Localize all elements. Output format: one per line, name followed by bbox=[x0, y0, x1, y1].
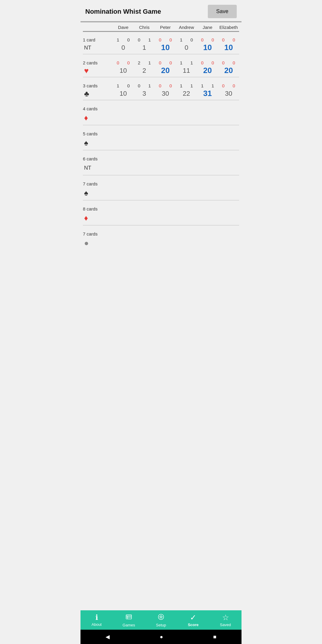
round-1-bids: 1 card 1 0 0 1 0 0 1 0 0 0 0 0 bbox=[83, 37, 239, 42]
score-r3-peter: 30 bbox=[155, 90, 176, 97]
bid-r1-3: 1 bbox=[144, 37, 155, 42]
score-r2-andrew: 11 bbox=[176, 67, 197, 75]
bid-r1-7: 0 bbox=[186, 37, 197, 42]
svg-point-4 bbox=[158, 614, 164, 620]
bid-r1-2: 0 bbox=[134, 37, 144, 42]
player-elizabeth: Elizabeth bbox=[218, 25, 239, 30]
suit-r2: ♥ bbox=[83, 67, 113, 75]
player-peter: Peter bbox=[155, 25, 176, 30]
bottom-nav: ℹ About Games Setup ✓ Sc bbox=[80, 610, 242, 630]
round-3-scores: ♣ 10 3 30 22 31 30 bbox=[83, 89, 239, 98]
suit-r1: NT bbox=[83, 45, 113, 50]
home-button[interactable]: ● bbox=[160, 634, 163, 640]
round-8: 8 cards ♦ bbox=[80, 202, 242, 225]
round-4-scores: ♦ bbox=[83, 112, 239, 123]
bid-r1-8: 0 bbox=[197, 37, 208, 42]
suit-r6: NT bbox=[83, 165, 91, 171]
nav-about[interactable]: ℹ About bbox=[80, 614, 113, 627]
round-5-bids: 5 cards bbox=[83, 131, 239, 136]
round-9-bids: 7 cards bbox=[83, 231, 239, 236]
saved-icon: ☆ bbox=[222, 614, 229, 621]
score-r1-andrew: 0 bbox=[176, 44, 197, 52]
header: Nomination Whist Game Save bbox=[80, 0, 242, 21]
score-r3-jane: 31 bbox=[197, 89, 218, 98]
players-header: Dave Chris Peter Andrew Jane Elizabeth bbox=[80, 22, 242, 31]
nav-setup[interactable]: Setup bbox=[145, 613, 177, 627]
round-6-bids: 6 cards bbox=[83, 156, 239, 161]
round-9-label: 7 cards bbox=[83, 231, 113, 236]
round-2-scores: ♥ 10 2 20 11 20 20 bbox=[83, 66, 239, 75]
round-8-scores: ♦ bbox=[83, 213, 239, 223]
player-chris: Chris bbox=[134, 25, 155, 30]
nav-games[interactable]: Games bbox=[113, 613, 145, 627]
bid-r3-7: 1 bbox=[186, 83, 197, 88]
nav-saved[interactable]: ☆ Saved bbox=[209, 614, 242, 627]
round-8-bids: 8 cards bbox=[83, 206, 239, 211]
bid-r2-8: 0 bbox=[197, 60, 208, 65]
games-icon bbox=[125, 613, 132, 622]
round-1-scores: NT 0 1 10 0 10 10 bbox=[83, 43, 239, 52]
score-r2-jane: 20 bbox=[197, 66, 218, 75]
suit-r3: ♣ bbox=[83, 90, 113, 97]
round-9-scores: ● bbox=[83, 238, 239, 248]
round-3: 3 cards 1 0 0 1 0 0 1 1 1 1 0 0 ♣ 10 3 3… bbox=[80, 79, 242, 100]
round-5: 5 cards ♠ bbox=[80, 127, 242, 150]
score-r1-dave: 0 bbox=[113, 44, 134, 52]
suit-r5: ♠ bbox=[83, 139, 88, 147]
score-r3-elizabeth: 30 bbox=[218, 90, 239, 97]
recents-button[interactable]: ■ bbox=[213, 634, 216, 640]
bid-r2-3: 1 bbox=[144, 60, 155, 65]
round-4: 4 cards ♦ bbox=[80, 102, 242, 125]
round-7-divider bbox=[83, 200, 239, 200]
score-r3-andrew: 22 bbox=[176, 90, 197, 97]
bid-r1-6: 1 bbox=[176, 37, 186, 42]
back-button[interactable]: ◀ bbox=[106, 634, 110, 640]
score-icon: ✓ bbox=[190, 614, 196, 621]
round-2: 2 cards 0 0 2 1 0 0 1 1 0 0 0 0 ♥ 10 2 2… bbox=[80, 56, 242, 77]
about-icon: ℹ bbox=[95, 614, 98, 621]
bid-r2-0: 0 bbox=[113, 60, 123, 65]
score-r2-chris: 2 bbox=[134, 67, 155, 75]
nav-saved-label: Saved bbox=[220, 623, 231, 627]
round-1-divider bbox=[83, 54, 239, 54]
suit-r8: ♦ bbox=[83, 214, 88, 222]
bid-r3-11: 0 bbox=[229, 83, 239, 88]
bid-r3-1: 0 bbox=[123, 83, 134, 88]
nav-setup-label: Setup bbox=[156, 623, 166, 627]
bid-r3-8: 1 bbox=[197, 83, 208, 88]
bid-r3-6: 1 bbox=[176, 83, 186, 88]
bid-r3-3: 1 bbox=[144, 83, 155, 88]
round-9: 7 cards ● bbox=[80, 227, 242, 248]
bid-r1-4: 0 bbox=[155, 37, 165, 42]
android-nav: ◀ ● ■ bbox=[80, 630, 242, 644]
round-8-divider bbox=[83, 225, 239, 225]
round-4-label: 4 cards bbox=[83, 106, 113, 111]
round-3-label: 3 cards bbox=[83, 83, 113, 88]
bid-r2-5: 0 bbox=[165, 60, 176, 65]
content-area: Dave Chris Peter Andrew Jane Elizabeth 1… bbox=[80, 22, 242, 610]
bid-r3-2: 0 bbox=[134, 83, 144, 88]
setup-icon bbox=[157, 613, 165, 622]
save-button[interactable]: Save bbox=[208, 5, 237, 18]
score-r1-elizabeth: 10 bbox=[218, 43, 239, 52]
round-4-divider bbox=[83, 125, 239, 125]
bid-r1-1: 0 bbox=[123, 37, 134, 42]
round-5-divider bbox=[83, 150, 239, 150]
round-4-bids: 4 cards bbox=[83, 106, 239, 111]
round-6-scores: NT bbox=[83, 162, 239, 173]
suit-r7: ♠ bbox=[83, 189, 88, 197]
nav-score[interactable]: ✓ Score bbox=[177, 614, 209, 627]
score-r1-chris: 1 bbox=[134, 44, 155, 52]
bid-r1-0: 1 bbox=[113, 37, 123, 42]
round-2-divider bbox=[83, 77, 239, 77]
suit-r4: ♦ bbox=[83, 114, 88, 122]
bid-r1-10: 0 bbox=[218, 37, 228, 42]
bid-r2-6: 1 bbox=[176, 60, 186, 65]
score-r2-dave: 10 bbox=[113, 67, 134, 75]
bid-r1-5: 0 bbox=[165, 37, 176, 42]
player-jane: Jane bbox=[197, 25, 218, 30]
corner-spacer bbox=[83, 25, 113, 30]
bid-r2-1: 0 bbox=[123, 60, 134, 65]
round-1: 1 card 1 0 0 1 0 0 1 0 0 0 0 0 NT 0 1 10… bbox=[80, 32, 242, 54]
bid-r3-10: 0 bbox=[218, 83, 228, 88]
